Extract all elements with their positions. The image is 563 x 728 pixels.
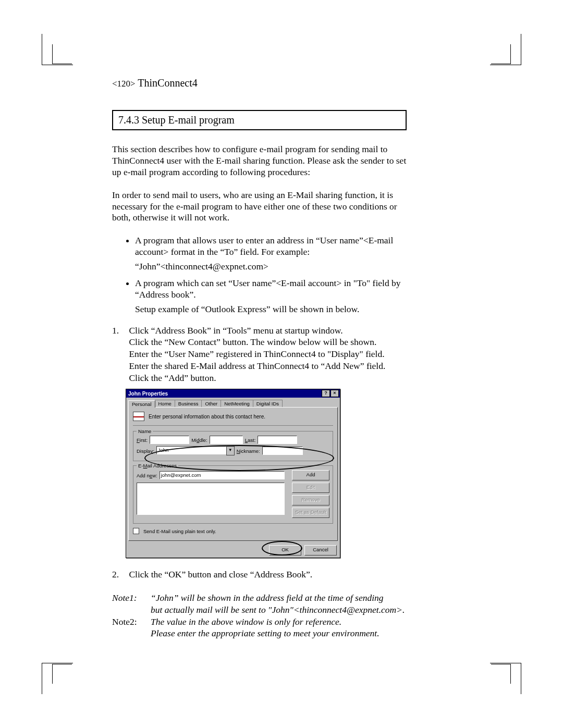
- display-label: Display:: [137, 448, 154, 454]
- email-group: E-Mail Addresses Add new: john@expnet.co…: [133, 465, 333, 524]
- step-line: Enter the “User Name” registered in Thin…: [129, 349, 384, 359]
- note-line: but actually mail will be sent to "John"…: [151, 604, 405, 615]
- note-label: Note2:: [112, 616, 151, 640]
- step-2: 2. Click the “OK” button and close “Addr…: [112, 569, 407, 581]
- ok-button[interactable]: OK: [269, 545, 301, 556]
- bullet-list: A program that allows user to enter an a…: [112, 235, 407, 315]
- step-line: Click the “Add” button.: [129, 373, 216, 383]
- crop-mark: [52, 652, 83, 684]
- nickname-label: Nickname:: [237, 448, 260, 454]
- help-button[interactable]: ?: [322, 390, 330, 397]
- plaintext-checkbox-row: Send E-Mail using plain text only.: [133, 528, 333, 534]
- section-number: 7.4.3: [118, 114, 139, 126]
- step-line: Enter the shared E-Mail address at ThinC…: [129, 361, 385, 371]
- dialog-body: Enter personal information about this co…: [128, 407, 338, 541]
- bullet-item: A program which can set “User name”<E-ma…: [135, 278, 407, 315]
- paragraph: In order to send mail to users, who are …: [112, 190, 407, 224]
- bullet-text: A program that allows user to enter an a…: [135, 235, 393, 257]
- note-line: “John” will be shown in the address fiel…: [151, 593, 384, 603]
- crop-mark: [480, 44, 511, 76]
- dialog-footer: OK Cancel: [126, 543, 340, 558]
- middle-input[interactable]: [210, 436, 243, 444]
- tab-digital-ids[interactable]: Digital IDs: [253, 400, 283, 407]
- plaintext-label: Send E-Mail using plain text only.: [143, 528, 216, 534]
- addnew-label: Add new:: [137, 473, 157, 478]
- step-number: 2.: [112, 569, 127, 581]
- middle-label: Middle:: [191, 437, 207, 443]
- content-area: <120> ThinConnect4 7.4.3 Setup E-mail pr…: [112, 77, 407, 639]
- plaintext-checkbox[interactable]: [133, 528, 139, 534]
- dialog-hint-row: Enter personal information about this co…: [133, 412, 333, 426]
- last-label: Last:: [245, 437, 256, 443]
- display-combo[interactable]: John ▼: [156, 446, 235, 455]
- bullet-text: A program which can set “User name”<E-ma…: [135, 278, 401, 300]
- bullet-item: A program that allows user to enter an a…: [135, 235, 407, 273]
- step-body: Click the “OK” button and close “Address…: [129, 569, 400, 581]
- tab-other[interactable]: Other: [201, 400, 221, 407]
- name-group: Name First: Middle: Last: Display: John: [133, 431, 333, 461]
- edit-button[interactable]: Edit: [292, 483, 329, 493]
- group-legend: E-Mail Addresses: [137, 463, 178, 468]
- section-heading-box: 7.4.3 Setup E-mail program: [112, 110, 407, 130]
- note-label: Note1:: [112, 592, 151, 616]
- display-input[interactable]: John: [156, 446, 226, 454]
- section-title: Setup E-mail program: [142, 114, 235, 126]
- last-input[interactable]: [258, 436, 297, 444]
- nickname-input[interactable]: [262, 447, 303, 455]
- notes-block: Note1: “John” will be shown in the addre…: [112, 592, 407, 639]
- product-name: ThinConnect4: [138, 77, 197, 89]
- addnew-input[interactable]: john@expnet.com: [160, 471, 285, 479]
- bullet-sub: Setup example of “Outlook Express” will …: [135, 304, 407, 315]
- paragraph: This section describes how to configure …: [112, 144, 407, 178]
- set-default-button[interactable]: Set as Default: [292, 508, 329, 518]
- step-number: 1.: [112, 325, 127, 337]
- step-body: Click “Address Book” in “Tools” menu at …: [129, 325, 400, 384]
- running-header: <120> ThinConnect4: [112, 77, 407, 89]
- dialog-title: John Properties: [128, 391, 168, 397]
- step-1: 1. Click “Address Book” in “Tools” menu …: [112, 325, 407, 384]
- note-2: Note2: The value in the above window is …: [112, 616, 407, 640]
- crop-mark: [480, 652, 511, 684]
- tab-home[interactable]: Home: [155, 400, 175, 407]
- close-button[interactable]: ×: [331, 390, 339, 397]
- first-input[interactable]: [150, 436, 189, 444]
- note-1: Note1: “John” will be shown in the addre…: [112, 592, 407, 616]
- dialog-titlebar[interactable]: John Properties ? ×: [126, 389, 340, 398]
- step-line: Click “Address Book” in “Tools” menu at …: [129, 325, 342, 336]
- page: <120> ThinConnect4 7.4.3 Setup E-mail pr…: [0, 0, 563, 728]
- first-label: First:: [137, 437, 148, 443]
- email-listbox[interactable]: [137, 483, 285, 515]
- chevron-down-icon[interactable]: ▼: [226, 446, 235, 455]
- step-line: Click the “New Contact” button. The wind…: [129, 337, 376, 347]
- bullet-sub: “John”<thinconnect4@expnet.com>: [135, 261, 407, 273]
- properties-dialog: John Properties ? × Personal Home Busine…: [126, 389, 340, 558]
- add-button[interactable]: Add: [292, 470, 329, 480]
- tab-business[interactable]: Business: [175, 400, 202, 407]
- dialog-tabs: Personal Home Business Other NetMeeting …: [128, 400, 338, 407]
- dialog-hint: Enter personal information about this co…: [149, 414, 265, 419]
- tab-netmeeting[interactable]: NetMeeting: [221, 400, 253, 407]
- contact-card-icon: [133, 412, 144, 421]
- page-number: <120>: [112, 79, 136, 89]
- note-line: Please enter the appropriate setting to …: [151, 628, 380, 638]
- remove-button[interactable]: Remove: [292, 495, 329, 505]
- crop-mark: [52, 44, 83, 76]
- cancel-button[interactable]: Cancel: [304, 545, 337, 556]
- note-line: The value in the above window is only fo…: [151, 616, 341, 627]
- tab-personal[interactable]: Personal: [128, 400, 155, 408]
- group-legend: Name: [137, 428, 153, 434]
